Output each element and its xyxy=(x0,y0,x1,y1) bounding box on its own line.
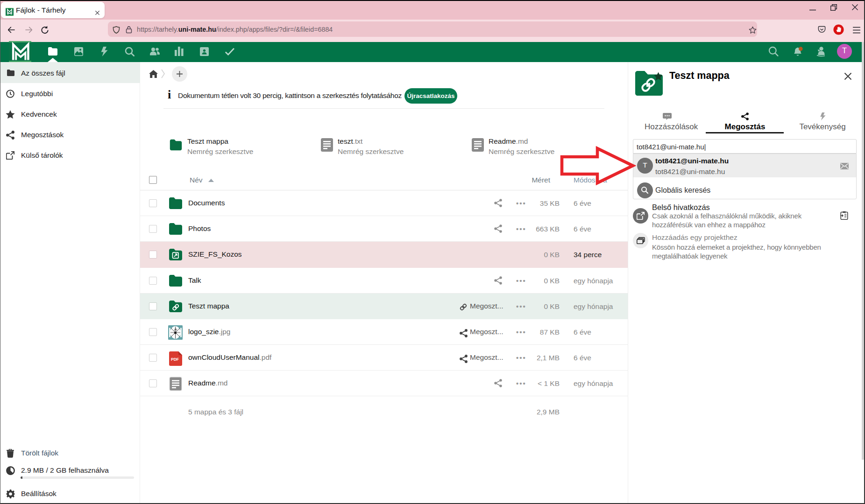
svg-text:PDF: PDF xyxy=(171,357,179,362)
